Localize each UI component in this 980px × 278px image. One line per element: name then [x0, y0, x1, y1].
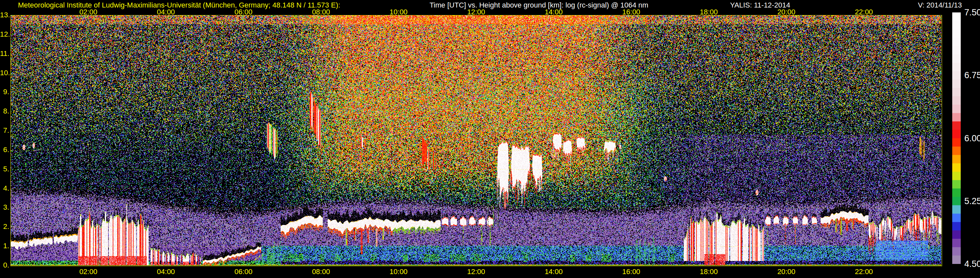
y-tick-label: 13.	[0, 11, 9, 19]
y-tick-label: 1.	[0, 242, 9, 251]
x-tick-label-bottom: 20:00	[778, 268, 795, 276]
x-tick-label-bottom: 12:00	[467, 268, 485, 276]
y-tick-label: 0.	[0, 261, 9, 270]
lidar-quicklook-page: Meteorological Institute of Ludwig-Maxim…	[0, 0, 980, 278]
version-label: V: 2014/11/13	[918, 1, 962, 10]
x-tick-label-bottom: 16:00	[622, 268, 640, 276]
plot-title: Time [UTC] vs. Height above ground [km]:…	[430, 1, 648, 10]
y-tick-label: 6.	[0, 145, 9, 154]
y-tick-label: 8.	[0, 107, 9, 116]
colorbar-tick-label: 5.25	[964, 196, 980, 206]
y-tick-label: 7.	[0, 126, 9, 135]
x-tick-label-bottom: 18:00	[700, 268, 718, 276]
colorbar	[952, 13, 961, 264]
x-tick-label-bottom: 08:00	[312, 268, 330, 276]
y-tick-label: 11.	[0, 50, 9, 58]
x-tick-label-bottom: 14:00	[544, 268, 563, 276]
y-tick-label: 3.	[0, 203, 9, 212]
institute-title: Meteorological Institute of Ludwig-Maxim…	[18, 1, 340, 10]
y-tick-label: 12.	[0, 30, 9, 38]
colorbar-tick-label: 7.50	[964, 8, 980, 18]
y-tick-label: 2.	[0, 223, 9, 231]
y-tick-label: 4.	[0, 184, 9, 193]
x-tick-label-bottom: 10:00	[390, 268, 408, 276]
colorbar-tick-label: 6.75	[964, 70, 980, 80]
y-tick-label: 9.	[0, 88, 9, 96]
colorbar-tick-label: 4.50	[964, 259, 980, 269]
x-tick-label-bottom: 06:00	[235, 268, 253, 276]
y-tick-label: 5.	[0, 165, 9, 173]
x-tick-label-bottom: 02:00	[80, 268, 97, 276]
colorbar-tick-label: 6.00	[964, 133, 980, 143]
x-tick-label-bottom: 04:00	[157, 268, 175, 276]
lidar-heatmap-canvas	[11, 15, 942, 265]
y-tick-label: 10.	[0, 69, 9, 77]
x-tick-label-bottom: 22:00	[855, 268, 873, 276]
